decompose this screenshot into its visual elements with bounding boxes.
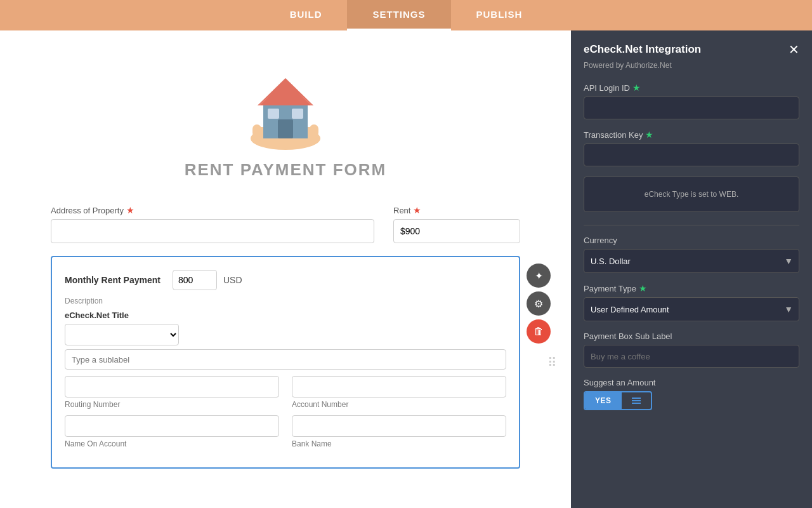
svg-rect-6 <box>268 109 279 119</box>
powered-by: Powered by Authorize.Net <box>584 61 799 70</box>
monthly-label: Monthly Rent Payment <box>65 275 166 285</box>
routing-input[interactable] <box>65 376 279 398</box>
address-label: Address of Property ★ <box>51 205 374 215</box>
rent-label: Rent ★ <box>393 205 520 215</box>
svg-rect-7 <box>292 109 303 119</box>
payment-type-select[interactable]: User Defined Amount <box>584 297 799 321</box>
monthly-row: Monthly Rent Payment USD <box>65 270 506 290</box>
toggle-no-button[interactable] <box>622 392 651 409</box>
payment-box-label: Payment Box Sub Label <box>584 331 799 341</box>
api-required: ★ <box>632 83 641 93</box>
echeck-title-select[interactable] <box>65 324 179 345</box>
tab-build[interactable]: BUILD <box>265 0 348 30</box>
bank-field: Bank Name <box>292 415 506 448</box>
name-bank-row: Name On Account Bank Name <box>65 415 506 448</box>
echeck-section: Monthly Rent Payment USD Description eCh… <box>51 256 520 469</box>
top-navigation: BUILD SETTINGS PUBLISH <box>0 0 812 30</box>
svg-rect-5 <box>278 119 293 138</box>
side-actions: ✦ ⚙ 🗑 <box>527 264 551 344</box>
suggest-amount-label: Suggest an Amount <box>584 378 799 387</box>
amount-input[interactable] <box>173 270 217 290</box>
api-login-label: API Login ID ★ <box>584 83 799 93</box>
svg-marker-10 <box>260 80 311 105</box>
right-panel: eCheck.Net Integration ✕ Powered by Auth… <box>571 30 812 508</box>
address-required: ★ <box>126 205 134 215</box>
echeck-type-box: eCheck Type is set to WEB. <box>584 177 799 212</box>
svg-rect-3 <box>310 124 318 137</box>
toggle-lines-icon <box>632 398 641 404</box>
tab-publish[interactable]: PUBLISH <box>451 0 548 30</box>
description-label: Description <box>65 297 506 305</box>
divider <box>584 225 799 225</box>
close-button[interactable]: ✕ <box>789 43 799 56</box>
house-icon-container <box>51 56 520 154</box>
svg-rect-2 <box>252 124 261 137</box>
payment-type-field-label: Payment Type ★ <box>584 283 799 293</box>
rent-group: Rent ★ <box>393 205 520 243</box>
routing-account-row: Routing Number Account Number <box>65 376 506 409</box>
toggle-group: YES <box>584 391 652 410</box>
routing-label: Routing Number <box>65 400 279 409</box>
name-label: Name On Account <box>65 439 279 448</box>
main-layout: RENT PAYMENT FORM Address of Property ★ … <box>0 30 812 508</box>
payment-type-select-wrapper: User Defined Amount ▼ <box>584 297 799 321</box>
magic-button[interactable]: ✦ <box>527 264 551 288</box>
name-field: Name On Account <box>65 415 279 448</box>
account-input[interactable] <box>292 376 506 398</box>
panel-title: eCheck.Net Integration <box>584 43 701 56</box>
transaction-key-input[interactable] <box>584 144 799 166</box>
bank-label: Bank Name <box>292 439 506 448</box>
account-field: Account Number <box>292 376 506 409</box>
toggle-yes-button[interactable]: YES <box>585 392 622 409</box>
address-group: Address of Property ★ <box>51 205 374 243</box>
content-area: RENT PAYMENT FORM Address of Property ★ … <box>0 30 571 508</box>
api-login-input[interactable] <box>584 97 799 119</box>
sublabel-input[interactable] <box>65 349 506 370</box>
currency-select-wrapper: U.S. Dollar ▼ <box>584 249 799 273</box>
echeck-title-label: eCheck.Net Title <box>65 311 506 320</box>
drag-handle[interactable]: ⠿ <box>547 355 557 370</box>
tab-settings[interactable]: SETTINGS <box>347 0 450 30</box>
address-rent-row: Address of Property ★ Rent ★ <box>51 205 520 243</box>
name-input[interactable] <box>65 415 279 437</box>
currency-field-label: Currency <box>584 236 799 245</box>
transaction-required: ★ <box>645 130 653 140</box>
rent-input[interactable] <box>393 219 520 243</box>
bank-input[interactable] <box>292 415 506 437</box>
rent-required: ★ <box>413 205 421 215</box>
delete-button[interactable]: 🗑 <box>527 319 551 344</box>
address-input[interactable] <box>51 219 374 243</box>
settings-button[interactable]: ⚙ <box>527 291 551 316</box>
form-title: RENT PAYMENT FORM <box>51 160 520 180</box>
currency-select[interactable]: U.S. Dollar <box>584 249 799 273</box>
currency-label: USD <box>223 275 242 285</box>
routing-field: Routing Number <box>65 376 279 409</box>
transaction-key-label: Transaction Key ★ <box>584 130 799 140</box>
suggest-amount-toggle: YES <box>584 391 799 410</box>
house-illustration <box>235 56 336 151</box>
payment-type-required: ★ <box>639 283 647 293</box>
panel-header: eCheck.Net Integration ✕ <box>584 43 799 56</box>
form-preview: RENT PAYMENT FORM Address of Property ★ … <box>0 30 571 494</box>
payment-box-input[interactable] <box>584 345 799 368</box>
account-label: Account Number <box>292 400 506 409</box>
